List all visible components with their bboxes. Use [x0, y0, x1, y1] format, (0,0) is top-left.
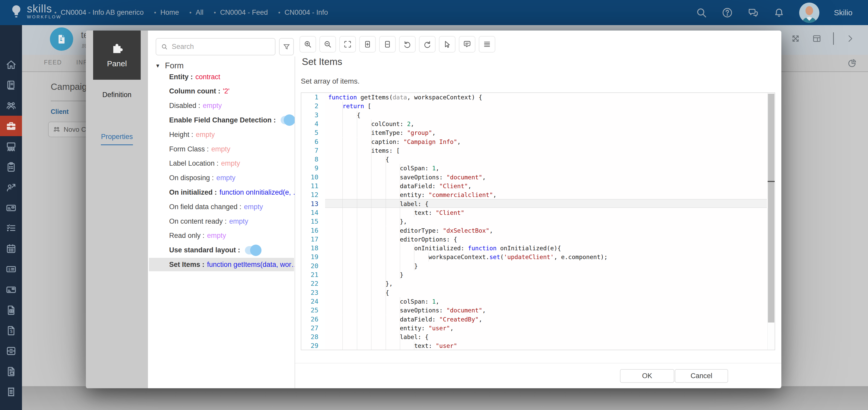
expand-icon[interactable]: [790, 34, 801, 43]
redo-button[interactable]: [419, 36, 436, 53]
indent-guide: [385, 262, 386, 270]
sidebar-item-share-user[interactable]: [0, 177, 22, 198]
sidebar-item-archive[interactable]: [0, 341, 22, 361]
sidebar-item-invoice[interactable]: [0, 300, 22, 320]
chevron-right-icon[interactable]: [845, 34, 855, 43]
property-row-enable-field-change-detection[interactable]: Enable Field Change Detection :: [149, 113, 294, 127]
scrollbar-thumb[interactable]: [768, 94, 774, 323]
sidebar-item-credit-card[interactable]: [0, 279, 22, 300]
breadcrumb-item[interactable]: •CN0004 - Info AB generico: [54, 8, 144, 17]
indent-guide: [371, 270, 371, 279]
remove-block-button[interactable]: [379, 36, 396, 53]
bell-icon[interactable]: [773, 7, 785, 19]
chat-icon[interactable]: [747, 7, 759, 19]
property-row-on-disposing[interactable]: On disposing :empty: [149, 171, 294, 185]
nav-properties[interactable]: Properties: [86, 133, 148, 145]
property-row-on-content-ready[interactable]: On content ready :empty: [149, 214, 294, 228]
panel-block[interactable]: Panel: [93, 31, 141, 80]
property-label: Disabled :: [169, 102, 200, 110]
sidebar-item-budget[interactable]: $: [0, 320, 22, 341]
indent-guide: [342, 279, 343, 288]
indent-guide: [385, 226, 386, 235]
pie-chart-icon[interactable]: [847, 58, 857, 68]
nav-definition[interactable]: Definition: [86, 91, 148, 99]
filter-button[interactable]: [279, 38, 294, 55]
share-user-icon: [5, 182, 17, 193]
line-number: 27: [303, 324, 318, 332]
indent-guide: [357, 342, 357, 350]
sidebar-item-mail-card[interactable]: [0, 198, 22, 218]
property-row-use-standard-layout[interactable]: Use standard layout :: [149, 243, 294, 257]
code-line: entity: "user",: [325, 324, 767, 332]
line-number: 9: [303, 164, 318, 173]
property-row-form-class[interactable]: Form Class :empty: [149, 142, 294, 156]
sidebar-item-meeting[interactable]: [0, 136, 22, 156]
code-line: label: {: [325, 200, 767, 208]
property-row-read-only[interactable]: Read only :empty: [149, 229, 294, 242]
properties-list[interactable]: Entity :contractColumn count :'2'Disable…: [148, 70, 295, 388]
app-logo[interactable]: skills WORKFLOW: [9, 4, 62, 20]
sidebar-item-library[interactable]: [0, 75, 22, 95]
indent-guide: [385, 164, 386, 173]
cancel-button[interactable]: Cancel: [675, 369, 728, 383]
property-row-column-count[interactable]: Column count :'2': [149, 85, 294, 98]
indent-guide: [342, 102, 343, 111]
search-input[interactable]: Search: [156, 38, 275, 55]
filter-icon: [283, 43, 290, 51]
tab-feed[interactable]: FEED: [44, 59, 62, 66]
code-line: {: [325, 288, 767, 297]
help-icon[interactable]: [722, 7, 733, 19]
zoom-out-button[interactable]: [319, 36, 336, 53]
indent-guide: [371, 342, 371, 350]
breadcrumb-item[interactable]: •All: [189, 8, 203, 17]
code-editor[interactable]: 1234567891011121314151617181920212223242…: [301, 92, 775, 350]
undo-button[interactable]: [399, 36, 416, 53]
sidebar-item-receipt[interactable]: [0, 382, 22, 402]
sidebar-item-team[interactable]: [0, 95, 22, 116]
toggle-switch-on[interactable]: [281, 116, 294, 124]
breadcrumb-item[interactable]: •CN0004 - Info: [278, 8, 328, 17]
active-tab-underline: [101, 144, 133, 145]
property-row-height[interactable]: Height :empty: [149, 128, 294, 141]
form-group-header[interactable]: ▼ Form: [155, 61, 184, 70]
editor-scrollbar[interactable]: [767, 93, 775, 350]
money-check-icon: $: [5, 263, 17, 275]
zoom-in-button[interactable]: [300, 36, 316, 53]
sidebar-item-calendar[interactable]: [0, 238, 22, 259]
document-card-icon: [5, 366, 17, 377]
bullet-icon: •: [54, 9, 56, 16]
property-row-entity[interactable]: Entity :contract: [149, 70, 294, 84]
sidebar-item-money-check[interactable]: $: [0, 259, 22, 279]
line-number: 6: [303, 138, 318, 146]
sidebar-item-clipboard[interactable]: [0, 156, 22, 177]
fit-screen-button[interactable]: [339, 36, 356, 53]
property-row-on-initialized[interactable]: On initialized :function onInitialized(e…: [149, 185, 294, 199]
layout-icon[interactable]: [812, 34, 822, 43]
sidebar-item-briefcase[interactable]: [0, 116, 22, 136]
sidebar-item-document-card[interactable]: [0, 361, 22, 382]
indent-guide: [342, 235, 343, 244]
breadcrumb-item[interactable]: •Home: [154, 8, 179, 17]
indent-guide: [385, 155, 386, 164]
property-row-label-location[interactable]: Label Location :empty: [149, 157, 294, 170]
indent-guide: [371, 155, 371, 164]
add-block-button[interactable]: [359, 36, 376, 53]
sidebar-item-home[interactable]: [0, 54, 22, 75]
comment-button[interactable]: [459, 36, 475, 53]
search-icon[interactable]: [696, 7, 707, 19]
property-row-disabled[interactable]: Disabled :empty: [149, 99, 294, 113]
property-row-on-field-data-changed[interactable]: On field data changed :empty: [149, 200, 294, 213]
user-name[interactable]: Skilio: [834, 8, 852, 17]
indent-guide: [342, 191, 343, 199]
indent-guide: [371, 288, 371, 297]
line-number: 13: [303, 200, 318, 208]
toggle-switch-on[interactable]: [245, 246, 260, 255]
menu-button[interactable]: [479, 36, 495, 53]
budget-icon: $: [5, 325, 17, 336]
pointer-button[interactable]: [439, 36, 456, 53]
breadcrumb-item[interactable]: •CN0004 - Feed: [214, 8, 268, 17]
avatar[interactable]: [799, 3, 819, 23]
sidebar-item-tasks[interactable]: [0, 218, 22, 238]
property-row-set-items[interactable]: Set Items :function getItems(data, wor…: [149, 258, 294, 271]
ok-button[interactable]: OK: [620, 369, 674, 383]
